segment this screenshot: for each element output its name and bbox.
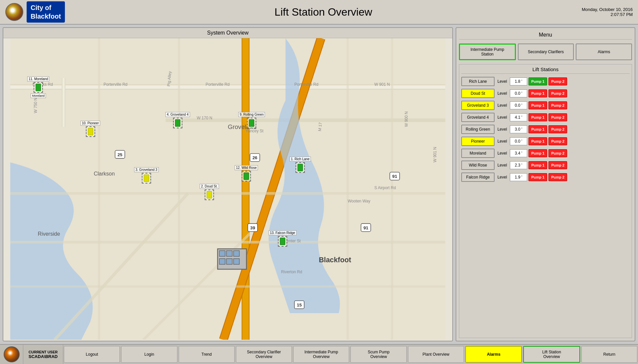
logout-button[interactable]: Logout [64,346,120,363]
login-button[interactable]: Login [121,346,177,363]
svg-text:15: 15 [297,303,302,307]
station-icon [86,126,95,137]
return-button[interactable]: Return [581,346,637,363]
station-label: 4. Groveland 4 [165,112,190,117]
svg-text:25: 25 [117,152,122,157]
rich-lane-btn[interactable]: Rich Lane [461,77,495,86]
rolling-green-pump2[interactable]: Pump 2 [548,125,567,133]
svg-rect-36 [226,259,232,264]
groveland3-level: 0.0 ' [510,101,527,109]
map-title: System Overview [3,28,452,38]
svg-text:Porterville Rd: Porterville Rd [104,82,127,87]
rich-lane-pump2[interactable]: Pump 2 [548,77,567,85]
svg-rect-32 [219,251,225,256]
wild-rose-pump2[interactable]: Pump 2 [548,161,567,169]
station-wild-rose[interactable]: 12. Wild Rose [235,165,258,182]
svg-text:Porterville Rd: Porterville Rd [295,82,319,87]
svg-rect-37 [234,259,239,264]
station-label: 13. Falcon Ridge [269,230,297,235]
svg-text:W 901 N: W 901 N [374,82,390,87]
pioneer-level: 0.0 ' [510,137,527,145]
secondary-clarifiers-btn[interactable]: Secondary Clarifiers [518,44,574,60]
doud-st-pump1[interactable]: Pump 1 [529,89,547,97]
groveland4-pump2[interactable]: Pump 2 [548,113,567,121]
station-groveland4[interactable]: 4. Groveland 4 [165,112,190,128]
trend-button[interactable]: Trend [179,346,235,363]
lift-stations-title: Lift Stations [461,66,630,74]
pioneer-pump1[interactable]: Pump 1 [529,137,547,145]
lift-stations-section: Lift Stations Rich Lane Level 1.8 ' Pump… [459,64,632,338]
moreland-pump1[interactable]: Pump 1 [529,149,547,157]
moreland-btn[interactable]: Moreland [461,149,495,158]
wild-rose-level: 2.3 ' [510,161,527,169]
station-label: 1. Rich Lane [290,157,311,162]
map-background: Groveland Blackfoot Clarkson Riverside N… [3,38,452,340]
groveland3-pump1[interactable]: Pump 1 [529,101,547,109]
pioneer-pump2[interactable]: Pump 2 [548,137,567,145]
level-label: Level [496,127,509,132]
map-panel: System Overview [3,27,453,341]
rich-lane-pump1[interactable]: Pump 1 [529,77,547,85]
scum-pump-overview-button[interactable]: Scum PumpOverview [350,346,406,363]
station-pioneer[interactable]: 10. Pioneer [81,121,100,137]
time-display: 2:07:57 PM [582,12,633,17]
secondary-clarifier-overview-button[interactable]: Secondary ClarifierOverview [236,346,292,363]
station-groveland3[interactable]: 3. Groveland 3 [134,167,159,183]
footer-toolbar: CURRENT USER SCADA\BRAD Logout Login Tre… [0,344,638,364]
station-icon [142,173,151,183]
doud-st-btn[interactable]: Doud St [461,89,495,98]
footer-logo [0,345,23,364]
station-row-pioneer: Pioneer Level 0.0 ' Pump 1 Pump 2 [461,136,630,146]
station-rolling-green[interactable]: 9. Rolling Green [238,112,265,128]
plant-overview-button[interactable]: Plant Overview [408,346,464,363]
logo-icon [5,3,23,21]
station-label: 3. Groveland 3 [134,167,159,172]
menu-buttons: Intermediate PumpStation Secondary Clari… [459,44,632,60]
rolling-green-pump1[interactable]: Pump 1 [529,125,547,133]
alarms-btn[interactable]: Alarms [576,44,632,60]
moreland-level: 3.4 ' [510,149,527,157]
intermediate-pump-btn[interactable]: Intermediate PumpStation [459,44,516,60]
level-label: Level [496,79,509,84]
groveland3-pump2[interactable]: Pump 2 [548,101,567,109]
header: City ofBlackfoot Lift Station Overview M… [0,0,638,25]
station-doud-st[interactable]: 2. Doud St. [200,184,219,200]
falcon-ridge-btn[interactable]: Falcon Ridge [461,173,495,182]
rolling-green-level: 3.0 ' [510,125,527,133]
falcon-ridge-pump2[interactable]: Pump 2 [548,173,567,181]
station-rich-lane[interactable]: 1. Rich Lane [290,157,311,173]
rolling-green-btn[interactable]: Rolling Green [461,125,495,134]
svg-text:Riverside: Riverside [38,231,60,237]
svg-text:91: 91 [392,174,397,179]
datetime: Monday, October 10, 2016 2:07:57 PM [582,7,633,17]
level-label: Level [496,115,509,120]
station-moreland[interactable]: 11. Moreland Moreland [27,76,49,99]
intermediate-pump-overview-button[interactable]: Intermediate PumpOverview [293,346,349,363]
wild-rose-pump1[interactable]: Pump 1 [529,161,547,169]
groveland3-btn[interactable]: Groveland 3 [461,101,495,110]
wild-rose-btn[interactable]: Wild Rose [461,161,495,170]
svg-rect-33 [226,251,232,256]
station-label: 9. Rolling Green [238,112,265,117]
falcon-ridge-pump1[interactable]: Pump 1 [529,173,547,181]
doud-st-pump2[interactable]: Pump 2 [548,89,567,97]
station-icon [242,171,251,182]
groveland4-btn[interactable]: Groveland 4 [461,113,495,122]
station-falcon-ridge[interactable]: 13. Falcon Ridge [269,230,297,247]
username-display: SCADA\BRAD [29,354,58,359]
pioneer-btn[interactable]: Pioneer [461,137,495,146]
groveland4-pump1[interactable]: Pump 1 [529,113,547,121]
station-row-groveland4: Groveland 4 Level 4.1 ' Pump 1 Pump 2 [461,112,630,122]
moreland-pump2[interactable]: Pump 2 [548,149,567,157]
pump-icon-green [36,84,41,91]
lift-station-overview-button[interactable]: Lift StationOverview [523,346,580,363]
level-label: Level [496,103,509,108]
svg-text:Wooten Way: Wooten Way [348,199,370,203]
level-label: Level [496,139,509,144]
station-row-wild-rose: Wild Rose Level 2.3 ' Pump 1 Pump 2 [461,160,630,170]
pump-icon-yellow [88,128,93,135]
station-icon [296,162,305,173]
station-row-moreland: Moreland Level 3.4 ' Pump 1 Pump 2 [461,148,630,158]
station-label: 12. Wild Rose [235,165,258,170]
alarms-button[interactable]: Alarms [465,346,522,363]
